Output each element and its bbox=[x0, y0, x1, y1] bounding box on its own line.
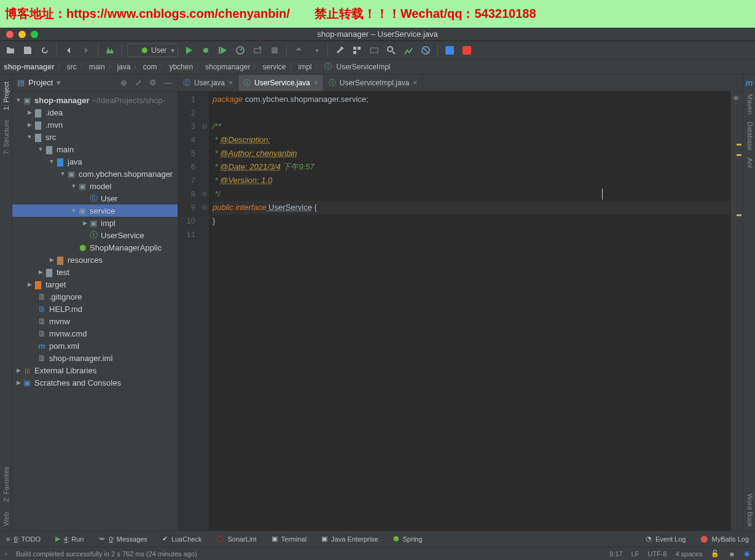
tree-external-libraries[interactable]: ▶⫼External Libraries bbox=[12, 364, 178, 376]
run-config-selector[interactable]: ⬢ User bbox=[127, 44, 178, 57]
tree-item-userservice[interactable]: ⒾUserService bbox=[12, 229, 178, 241]
crumb-9[interactable]: ⒾUserServiceImpl bbox=[324, 61, 391, 72]
tool-project-button[interactable]: 1: Project bbox=[1, 77, 11, 115]
refresh-icon[interactable] bbox=[38, 44, 52, 57]
tool-favorites-button[interactable]: 2: Favorites bbox=[1, 462, 11, 507]
tree-item-impl[interactable]: ▶▣impl bbox=[12, 217, 178, 229]
tree-item-resources[interactable]: ▶▇resources bbox=[12, 254, 178, 266]
tool-wordbook-button[interactable]: Word Book bbox=[743, 490, 755, 531]
build-icon[interactable] bbox=[103, 44, 117, 57]
tab-userservice-java[interactable]: ⒾUserService.java× bbox=[238, 75, 324, 91]
tab-user-java[interactable]: ⒸUser.java× bbox=[178, 75, 238, 91]
open-file-icon[interactable] bbox=[4, 44, 17, 57]
java-ee-tool-button[interactable]: ▣Java Enterprise bbox=[321, 535, 378, 543]
editor-error-stripe[interactable]: 👁 bbox=[730, 91, 743, 531]
messages-tool-button[interactable]: ≔0: Messages bbox=[98, 535, 147, 543]
fold-gutter[interactable]: ⊟⊖⊟ bbox=[200, 91, 209, 531]
attach-icon[interactable] bbox=[251, 44, 264, 57]
forward-nav-icon[interactable] bbox=[79, 44, 93, 57]
crumb-4[interactable]: com bbox=[143, 63, 157, 71]
crumb-1[interactable]: src bbox=[67, 63, 77, 71]
project-tree[interactable]: ▼▣shop-manager ~/IdeaProjects/shop- ▶▇.i… bbox=[12, 91, 178, 531]
tree-item-java[interactable]: ▼▇java bbox=[12, 155, 178, 168]
inspection-icon[interactable]: ☻ bbox=[728, 550, 735, 558]
tree-item-src[interactable]: ▼▇src bbox=[12, 131, 178, 143]
panel-title-label[interactable]: Project bbox=[28, 78, 53, 87]
close-tab-icon[interactable]: × bbox=[413, 79, 417, 87]
tree-item-mvnw[interactable]: 🗎mvnw bbox=[12, 315, 178, 327]
run-tool-button[interactable]: ▶4: Run bbox=[55, 535, 84, 543]
event-log-button[interactable]: ◔Event Log bbox=[646, 535, 686, 543]
spring-tool-button[interactable]: ⬢Spring bbox=[393, 535, 423, 543]
tab-userserviceimpl-java[interactable]: ⒾUserServiceImpl.java× bbox=[324, 75, 423, 91]
wrench-icon[interactable] bbox=[333, 44, 346, 57]
back-nav-icon[interactable] bbox=[62, 44, 76, 57]
chevron-down-icon[interactable]: ▾ bbox=[57, 78, 61, 87]
terminal-tool-button[interactable]: ▣Terminal bbox=[272, 535, 307, 543]
status-line-sep[interactable]: LF bbox=[631, 550, 639, 558]
crumb-5[interactable]: ybchen bbox=[169, 63, 193, 71]
tree-item-service[interactable]: ▼▣service bbox=[12, 204, 178, 217]
tree-item-user-class[interactable]: ⒸUser bbox=[12, 192, 178, 204]
tree-item-model[interactable]: ▼▣model bbox=[12, 180, 178, 192]
crumb-3[interactable]: java bbox=[117, 63, 131, 71]
crumb-2[interactable]: main bbox=[89, 63, 105, 71]
tree-item-package[interactable]: ▼▣com.ybchen.shopmanager bbox=[12, 168, 178, 180]
profile-icon[interactable] bbox=[233, 44, 247, 57]
tool-database-button[interactable]: Database bbox=[743, 118, 755, 154]
close-tab-icon[interactable]: × bbox=[314, 79, 318, 87]
tree-item-main[interactable]: ▼▇main bbox=[12, 143, 178, 155]
tool-web-button[interactable]: Web bbox=[1, 507, 11, 531]
crumb-8[interactable]: impl bbox=[299, 63, 312, 71]
show-tools-icon[interactable]: ▫ bbox=[5, 550, 7, 558]
tree-item-mvn[interactable]: ▶▇.mvn bbox=[12, 119, 178, 131]
hide-panel-icon[interactable]: — bbox=[163, 78, 173, 88]
tree-item-help[interactable]: 🗎HELP.md bbox=[12, 303, 178, 315]
sdk-icon[interactable] bbox=[367, 44, 381, 57]
locate-icon[interactable]: ⊕ bbox=[119, 78, 128, 88]
reader-mode-icon[interactable]: 👁 bbox=[732, 94, 740, 103]
tree-item-target[interactable]: ▶▇target bbox=[12, 278, 178, 290]
sonarlint-tool-button[interactable]: ◯SonarLint bbox=[216, 535, 256, 543]
ide-update-icon[interactable]: ◉ bbox=[744, 550, 750, 558]
crumb-6[interactable]: shopmanager bbox=[205, 63, 250, 71]
close-tab-icon[interactable]: × bbox=[229, 79, 233, 87]
crumb-7[interactable]: service bbox=[262, 63, 286, 71]
tree-item-gitignore[interactable]: 🗎.gitignore bbox=[12, 290, 178, 303]
git-update-icon[interactable] bbox=[292, 44, 305, 57]
tree-item-app[interactable]: ⬢ShopManagerApplic bbox=[12, 241, 178, 254]
tool-maven-button[interactable]: Maven bbox=[743, 90, 755, 118]
search-icon[interactable] bbox=[385, 44, 398, 57]
tree-item-iml[interactable]: 🗎shop-manager.iml bbox=[12, 352, 178, 364]
code-content[interactable]: package com.ybchen.shopmanager.service; … bbox=[209, 91, 730, 531]
translate-alt-icon[interactable] bbox=[460, 44, 474, 57]
debug-icon[interactable] bbox=[199, 44, 213, 57]
todo-tool-button[interactable]: ≡6: TODO bbox=[6, 535, 41, 543]
status-position[interactable]: 9:17 bbox=[609, 550, 622, 558]
status-encoding[interactable]: UTF-8 bbox=[647, 550, 667, 558]
tree-item-test[interactable]: ▶▇test bbox=[12, 266, 178, 278]
maven-tool-icon[interactable]: m bbox=[743, 76, 755, 90]
code-editor[interactable]: 1234567891011 ⊟⊖⊟ package com.ybchen.sho… bbox=[178, 91, 743, 531]
save-all-icon[interactable] bbox=[21, 44, 34, 57]
run-icon[interactable] bbox=[182, 44, 195, 57]
coverage-icon[interactable] bbox=[216, 44, 230, 57]
luacheck-tool-button[interactable]: ✔LuaCheck bbox=[162, 535, 202, 543]
mybatis-log-button[interactable]: ⬤MyBatis Log bbox=[700, 535, 749, 543]
translate-icon[interactable] bbox=[443, 44, 456, 57]
tool-ant-button[interactable]: Ant bbox=[743, 154, 755, 172]
gear-icon[interactable]: ⚙ bbox=[148, 78, 158, 88]
lock-icon[interactable]: 🔓 bbox=[711, 550, 719, 558]
tree-item-idea[interactable]: ▶▇.idea bbox=[12, 106, 178, 119]
expand-icon[interactable]: ⤢ bbox=[133, 78, 143, 88]
tree-item-pom[interactable]: mpom.xml bbox=[12, 340, 178, 352]
crumb-0[interactable]: shop-manager bbox=[4, 63, 55, 71]
no-entry-icon[interactable] bbox=[419, 44, 432, 57]
stop-icon[interactable] bbox=[268, 44, 281, 57]
tool-structure-button[interactable]: 7: Structure bbox=[1, 115, 11, 160]
tree-scratches[interactable]: ▶▣Scratches and Consoles bbox=[12, 376, 178, 389]
tree-root[interactable]: ▼▣shop-manager ~/IdeaProjects/shop- bbox=[12, 94, 178, 106]
project-structure-icon[interactable] bbox=[350, 44, 364, 57]
git-commit-icon[interactable] bbox=[309, 44, 323, 57]
status-indent[interactable]: 4 spaces bbox=[675, 550, 702, 558]
